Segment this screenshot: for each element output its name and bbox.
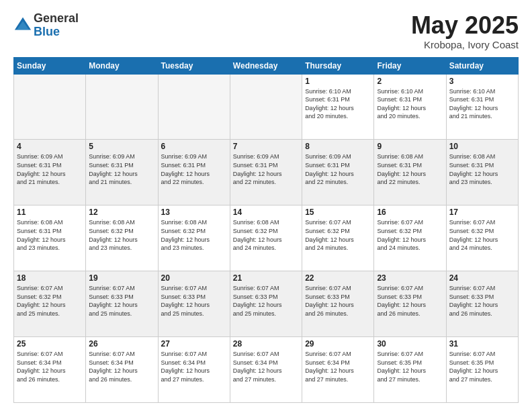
cell-info: Sunrise: 6:07 AM Sunset: 6:34 PM Dayligh…	[305, 350, 371, 383]
title-area: May 2025 Krobopa, Ivory Coast	[411, 12, 519, 50]
calendar-cell: 22Sunrise: 6:07 AM Sunset: 6:33 PM Dayli…	[302, 271, 374, 337]
calendar-cell: 1Sunrise: 6:10 AM Sunset: 6:31 PM Daylig…	[302, 74, 374, 140]
calendar-cell: 16Sunrise: 6:07 AM Sunset: 6:32 PM Dayli…	[374, 205, 446, 271]
cell-info: Sunrise: 6:08 AM Sunset: 6:32 PM Dayligh…	[161, 218, 227, 252]
day-number: 11	[17, 208, 83, 217]
logo-text: General Blue	[34, 12, 79, 39]
cell-info: Sunrise: 6:09 AM Sunset: 6:31 PM Dayligh…	[89, 152, 154, 186]
calendar-cell: 2Sunrise: 6:10 AM Sunset: 6:31 PM Daylig…	[374, 74, 446, 140]
day-number: 13	[161, 208, 227, 217]
day-number: 24	[449, 273, 515, 283]
cell-info: Sunrise: 6:07 AM Sunset: 6:32 PM Dayligh…	[17, 284, 83, 318]
calendar-week-row: 18Sunrise: 6:07 AM Sunset: 6:32 PM Dayli…	[14, 271, 519, 337]
day-number: 27	[161, 339, 227, 349]
calendar-cell: 21Sunrise: 6:07 AM Sunset: 6:33 PM Dayli…	[230, 271, 302, 337]
calendar-day-header: Friday	[374, 57, 446, 74]
calendar-cell: 27Sunrise: 6:07 AM Sunset: 6:34 PM Dayli…	[158, 337, 230, 403]
location: Krobopa, Ivory Coast	[411, 39, 519, 50]
cell-info: Sunrise: 6:07 AM Sunset: 6:34 PM Dayligh…	[89, 350, 154, 383]
cell-info: Sunrise: 6:07 AM Sunset: 6:33 PM Dayligh…	[89, 284, 154, 318]
calendar-cell: 23Sunrise: 6:07 AM Sunset: 6:33 PM Dayli…	[374, 271, 446, 337]
calendar-cell: 31Sunrise: 6:07 AM Sunset: 6:35 PM Dayli…	[446, 337, 518, 403]
day-number: 5	[89, 142, 154, 151]
day-number: 17	[449, 208, 515, 217]
day-number: 10	[449, 142, 515, 151]
cell-info: Sunrise: 6:07 AM Sunset: 6:32 PM Dayligh…	[305, 218, 371, 252]
day-number: 20	[161, 273, 227, 283]
calendar-cell: 18Sunrise: 6:07 AM Sunset: 6:32 PM Dayli…	[14, 271, 86, 337]
day-number: 14	[233, 208, 299, 217]
cell-info: Sunrise: 6:09 AM Sunset: 6:31 PM Dayligh…	[305, 152, 371, 186]
day-number: 1	[305, 77, 371, 86]
day-number: 3	[449, 77, 515, 86]
day-number: 21	[233, 273, 299, 283]
calendar-cell: 17Sunrise: 6:07 AM Sunset: 6:32 PM Dayli…	[446, 205, 518, 271]
calendar-day-header: Tuesday	[158, 57, 230, 74]
calendar-cell: 12Sunrise: 6:08 AM Sunset: 6:32 PM Dayli…	[86, 205, 158, 271]
cell-info: Sunrise: 6:07 AM Sunset: 6:32 PM Dayligh…	[377, 218, 443, 252]
calendar-cell	[14, 74, 86, 140]
calendar-cell: 20Sunrise: 6:07 AM Sunset: 6:33 PM Dayli…	[158, 271, 230, 337]
day-number: 23	[377, 273, 443, 283]
day-number: 16	[377, 208, 443, 217]
cell-info: Sunrise: 6:07 AM Sunset: 6:33 PM Dayligh…	[305, 284, 371, 318]
cell-info: Sunrise: 6:08 AM Sunset: 6:32 PM Dayligh…	[89, 218, 154, 252]
cell-info: Sunrise: 6:07 AM Sunset: 6:34 PM Dayligh…	[233, 350, 299, 383]
calendar-cell	[230, 74, 302, 140]
calendar-cell: 24Sunrise: 6:07 AM Sunset: 6:33 PM Dayli…	[446, 271, 518, 337]
day-number: 28	[233, 339, 299, 349]
cell-info: Sunrise: 6:10 AM Sunset: 6:31 PM Dayligh…	[377, 87, 443, 121]
calendar-day-header: Saturday	[446, 57, 518, 74]
calendar-cell: 5Sunrise: 6:09 AM Sunset: 6:31 PM Daylig…	[86, 140, 158, 205]
calendar-cell: 19Sunrise: 6:07 AM Sunset: 6:33 PM Dayli…	[86, 271, 158, 337]
cell-info: Sunrise: 6:09 AM Sunset: 6:31 PM Dayligh…	[233, 152, 299, 186]
day-number: 2	[377, 77, 443, 86]
calendar-week-row: 4Sunrise: 6:09 AM Sunset: 6:31 PM Daylig…	[14, 140, 519, 205]
cell-info: Sunrise: 6:08 AM Sunset: 6:32 PM Dayligh…	[233, 218, 299, 252]
cell-info: Sunrise: 6:09 AM Sunset: 6:31 PM Dayligh…	[17, 152, 83, 186]
day-number: 29	[305, 339, 371, 349]
logo-blue: Blue	[34, 26, 79, 39]
logo: General Blue	[13, 12, 79, 39]
cell-info: Sunrise: 6:08 AM Sunset: 6:31 PM Dayligh…	[17, 218, 83, 252]
cell-info: Sunrise: 6:10 AM Sunset: 6:31 PM Dayligh…	[449, 87, 515, 121]
day-number: 22	[305, 273, 371, 283]
logo-general: General	[34, 12, 79, 26]
cell-info: Sunrise: 6:07 AM Sunset: 6:34 PM Dayligh…	[17, 350, 83, 383]
calendar-cell: 8Sunrise: 6:09 AM Sunset: 6:31 PM Daylig…	[302, 140, 374, 205]
day-number: 8	[305, 142, 371, 151]
cell-info: Sunrise: 6:07 AM Sunset: 6:34 PM Dayligh…	[161, 350, 227, 383]
calendar-day-header: Sunday	[14, 57, 86, 74]
cell-info: Sunrise: 6:07 AM Sunset: 6:33 PM Dayligh…	[161, 284, 227, 318]
calendar-cell: 26Sunrise: 6:07 AM Sunset: 6:34 PM Dayli…	[86, 337, 158, 403]
day-number: 9	[377, 142, 443, 151]
cell-info: Sunrise: 6:09 AM Sunset: 6:31 PM Dayligh…	[161, 152, 227, 186]
day-number: 25	[17, 339, 83, 349]
calendar-cell: 6Sunrise: 6:09 AM Sunset: 6:31 PM Daylig…	[158, 140, 230, 205]
day-number: 26	[89, 339, 154, 349]
calendar-cell: 28Sunrise: 6:07 AM Sunset: 6:34 PM Dayli…	[230, 337, 302, 403]
cell-info: Sunrise: 6:07 AM Sunset: 6:33 PM Dayligh…	[233, 284, 299, 318]
calendar-cell: 4Sunrise: 6:09 AM Sunset: 6:31 PM Daylig…	[14, 140, 86, 205]
day-number: 6	[161, 142, 227, 151]
cell-info: Sunrise: 6:07 AM Sunset: 6:33 PM Dayligh…	[377, 284, 443, 318]
day-number: 19	[89, 273, 154, 283]
cell-info: Sunrise: 6:08 AM Sunset: 6:31 PM Dayligh…	[449, 152, 515, 186]
calendar-cell: 15Sunrise: 6:07 AM Sunset: 6:32 PM Dayli…	[302, 205, 374, 271]
day-number: 7	[233, 142, 299, 151]
day-number: 31	[449, 339, 515, 349]
day-number: 30	[377, 339, 443, 349]
cell-info: Sunrise: 6:07 AM Sunset: 6:35 PM Dayligh…	[377, 350, 443, 383]
calendar-cell: 29Sunrise: 6:07 AM Sunset: 6:34 PM Dayli…	[302, 337, 374, 403]
calendar-cell: 30Sunrise: 6:07 AM Sunset: 6:35 PM Dayli…	[374, 337, 446, 403]
day-number: 4	[17, 142, 83, 151]
day-number: 18	[17, 273, 83, 283]
cell-info: Sunrise: 6:07 AM Sunset: 6:32 PM Dayligh…	[449, 218, 515, 252]
calendar-cell: 11Sunrise: 6:08 AM Sunset: 6:31 PM Dayli…	[14, 205, 86, 271]
calendar-cell: 3Sunrise: 6:10 AM Sunset: 6:31 PM Daylig…	[446, 74, 518, 140]
calendar-cell: 13Sunrise: 6:08 AM Sunset: 6:32 PM Dayli…	[158, 205, 230, 271]
day-number: 12	[89, 208, 154, 217]
calendar-day-header: Monday	[86, 57, 158, 74]
cell-info: Sunrise: 6:10 AM Sunset: 6:31 PM Dayligh…	[305, 87, 371, 121]
calendar-cell	[158, 74, 230, 140]
